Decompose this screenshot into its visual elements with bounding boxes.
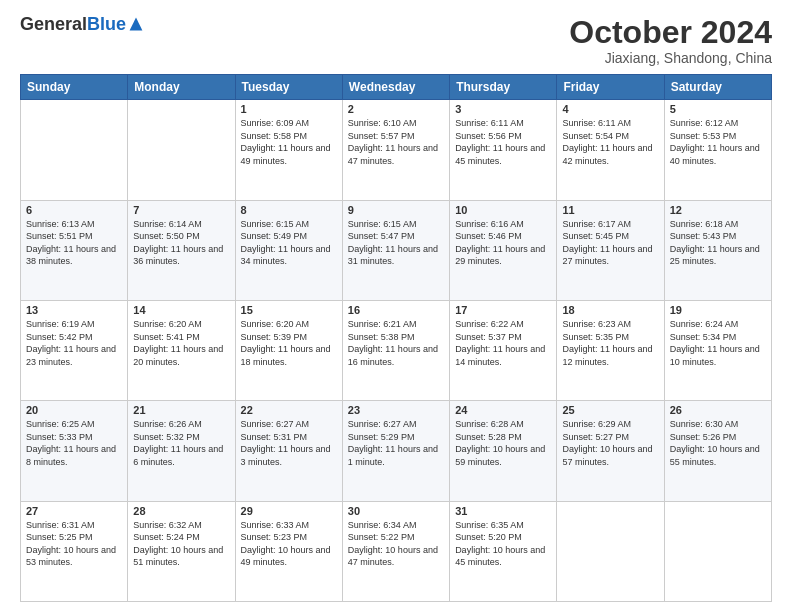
day-number: 6 xyxy=(26,204,122,216)
calendar-cell: 16Sunrise: 6:21 AM Sunset: 5:38 PM Dayli… xyxy=(342,300,449,400)
calendar-cell: 5Sunrise: 6:12 AM Sunset: 5:53 PM Daylig… xyxy=(664,100,771,200)
day-number: 12 xyxy=(670,204,766,216)
weekday-header-row: SundayMondayTuesdayWednesdayThursdayFrid… xyxy=(21,75,772,100)
calendar-cell: 13Sunrise: 6:19 AM Sunset: 5:42 PM Dayli… xyxy=(21,300,128,400)
calendar-cell: 9Sunrise: 6:15 AM Sunset: 5:47 PM Daylig… xyxy=(342,200,449,300)
calendar-cell xyxy=(128,100,235,200)
calendar-cell: 23Sunrise: 6:27 AM Sunset: 5:29 PM Dayli… xyxy=(342,401,449,501)
day-number: 20 xyxy=(26,404,122,416)
calendar-cell: 2Sunrise: 6:10 AM Sunset: 5:57 PM Daylig… xyxy=(342,100,449,200)
day-number: 4 xyxy=(562,103,658,115)
day-number: 13 xyxy=(26,304,122,316)
calendar-cell: 12Sunrise: 6:18 AM Sunset: 5:43 PM Dayli… xyxy=(664,200,771,300)
calendar-cell xyxy=(557,501,664,601)
calendar-cell: 8Sunrise: 6:15 AM Sunset: 5:49 PM Daylig… xyxy=(235,200,342,300)
logo: General Blue xyxy=(20,15,144,33)
calendar-week-row: 13Sunrise: 6:19 AM Sunset: 5:42 PM Dayli… xyxy=(21,300,772,400)
logo-general: General xyxy=(20,15,87,33)
day-info: Sunrise: 6:20 AM Sunset: 5:41 PM Dayligh… xyxy=(133,318,229,368)
day-info: Sunrise: 6:11 AM Sunset: 5:56 PM Dayligh… xyxy=(455,117,551,167)
svg-marker-0 xyxy=(130,18,143,31)
day-info: Sunrise: 6:27 AM Sunset: 5:29 PM Dayligh… xyxy=(348,418,444,468)
day-info: Sunrise: 6:15 AM Sunset: 5:47 PM Dayligh… xyxy=(348,218,444,268)
calendar-cell: 31Sunrise: 6:35 AM Sunset: 5:20 PM Dayli… xyxy=(450,501,557,601)
calendar-week-row: 1Sunrise: 6:09 AM Sunset: 5:58 PM Daylig… xyxy=(21,100,772,200)
day-number: 23 xyxy=(348,404,444,416)
day-info: Sunrise: 6:26 AM Sunset: 5:32 PM Dayligh… xyxy=(133,418,229,468)
calendar-cell: 27Sunrise: 6:31 AM Sunset: 5:25 PM Dayli… xyxy=(21,501,128,601)
logo-icon xyxy=(128,16,144,32)
title-block: October 2024 Jiaxiang, Shandong, China xyxy=(569,15,772,66)
day-number: 28 xyxy=(133,505,229,517)
day-info: Sunrise: 6:31 AM Sunset: 5:25 PM Dayligh… xyxy=(26,519,122,569)
day-number: 18 xyxy=(562,304,658,316)
day-number: 1 xyxy=(241,103,337,115)
day-info: Sunrise: 6:22 AM Sunset: 5:37 PM Dayligh… xyxy=(455,318,551,368)
day-info: Sunrise: 6:12 AM Sunset: 5:53 PM Dayligh… xyxy=(670,117,766,167)
calendar-cell xyxy=(21,100,128,200)
day-info: Sunrise: 6:19 AM Sunset: 5:42 PM Dayligh… xyxy=(26,318,122,368)
day-info: Sunrise: 6:23 AM Sunset: 5:35 PM Dayligh… xyxy=(562,318,658,368)
calendar-page: General Blue October 2024 Jiaxiang, Shan… xyxy=(0,0,792,612)
day-info: Sunrise: 6:17 AM Sunset: 5:45 PM Dayligh… xyxy=(562,218,658,268)
day-number: 27 xyxy=(26,505,122,517)
calendar-cell: 20Sunrise: 6:25 AM Sunset: 5:33 PM Dayli… xyxy=(21,401,128,501)
day-info: Sunrise: 6:34 AM Sunset: 5:22 PM Dayligh… xyxy=(348,519,444,569)
calendar-cell xyxy=(664,501,771,601)
calendar-header: SundayMondayTuesdayWednesdayThursdayFrid… xyxy=(21,75,772,100)
calendar-cell: 7Sunrise: 6:14 AM Sunset: 5:50 PM Daylig… xyxy=(128,200,235,300)
calendar-cell: 19Sunrise: 6:24 AM Sunset: 5:34 PM Dayli… xyxy=(664,300,771,400)
day-info: Sunrise: 6:20 AM Sunset: 5:39 PM Dayligh… xyxy=(241,318,337,368)
logo-text: General Blue xyxy=(20,15,144,33)
calendar-table: SundayMondayTuesdayWednesdayThursdayFrid… xyxy=(20,74,772,602)
day-number: 15 xyxy=(241,304,337,316)
calendar-cell: 11Sunrise: 6:17 AM Sunset: 5:45 PM Dayli… xyxy=(557,200,664,300)
weekday-header-tuesday: Tuesday xyxy=(235,75,342,100)
calendar-cell: 21Sunrise: 6:26 AM Sunset: 5:32 PM Dayli… xyxy=(128,401,235,501)
day-number: 25 xyxy=(562,404,658,416)
day-number: 8 xyxy=(241,204,337,216)
day-info: Sunrise: 6:29 AM Sunset: 5:27 PM Dayligh… xyxy=(562,418,658,468)
calendar-cell: 1Sunrise: 6:09 AM Sunset: 5:58 PM Daylig… xyxy=(235,100,342,200)
day-info: Sunrise: 6:13 AM Sunset: 5:51 PM Dayligh… xyxy=(26,218,122,268)
calendar-cell: 10Sunrise: 6:16 AM Sunset: 5:46 PM Dayli… xyxy=(450,200,557,300)
calendar-cell: 25Sunrise: 6:29 AM Sunset: 5:27 PM Dayli… xyxy=(557,401,664,501)
logo-blue: Blue xyxy=(87,15,126,33)
day-number: 7 xyxy=(133,204,229,216)
weekday-header-wednesday: Wednesday xyxy=(342,75,449,100)
day-info: Sunrise: 6:24 AM Sunset: 5:34 PM Dayligh… xyxy=(670,318,766,368)
day-number: 26 xyxy=(670,404,766,416)
calendar-cell: 26Sunrise: 6:30 AM Sunset: 5:26 PM Dayli… xyxy=(664,401,771,501)
calendar-cell: 22Sunrise: 6:27 AM Sunset: 5:31 PM Dayli… xyxy=(235,401,342,501)
day-info: Sunrise: 6:33 AM Sunset: 5:23 PM Dayligh… xyxy=(241,519,337,569)
day-info: Sunrise: 6:14 AM Sunset: 5:50 PM Dayligh… xyxy=(133,218,229,268)
day-number: 30 xyxy=(348,505,444,517)
location-subtitle: Jiaxiang, Shandong, China xyxy=(569,50,772,66)
day-number: 16 xyxy=(348,304,444,316)
day-info: Sunrise: 6:32 AM Sunset: 5:24 PM Dayligh… xyxy=(133,519,229,569)
day-info: Sunrise: 6:18 AM Sunset: 5:43 PM Dayligh… xyxy=(670,218,766,268)
weekday-header-saturday: Saturday xyxy=(664,75,771,100)
calendar-body: 1Sunrise: 6:09 AM Sunset: 5:58 PM Daylig… xyxy=(21,100,772,602)
calendar-week-row: 20Sunrise: 6:25 AM Sunset: 5:33 PM Dayli… xyxy=(21,401,772,501)
day-number: 9 xyxy=(348,204,444,216)
day-info: Sunrise: 6:30 AM Sunset: 5:26 PM Dayligh… xyxy=(670,418,766,468)
calendar-cell: 18Sunrise: 6:23 AM Sunset: 5:35 PM Dayli… xyxy=(557,300,664,400)
day-number: 17 xyxy=(455,304,551,316)
calendar-cell: 30Sunrise: 6:34 AM Sunset: 5:22 PM Dayli… xyxy=(342,501,449,601)
calendar-week-row: 27Sunrise: 6:31 AM Sunset: 5:25 PM Dayli… xyxy=(21,501,772,601)
weekday-header-sunday: Sunday xyxy=(21,75,128,100)
calendar-cell: 15Sunrise: 6:20 AM Sunset: 5:39 PM Dayli… xyxy=(235,300,342,400)
day-number: 10 xyxy=(455,204,551,216)
calendar-cell: 17Sunrise: 6:22 AM Sunset: 5:37 PM Dayli… xyxy=(450,300,557,400)
day-number: 3 xyxy=(455,103,551,115)
header: General Blue October 2024 Jiaxiang, Shan… xyxy=(20,15,772,66)
day-info: Sunrise: 6:10 AM Sunset: 5:57 PM Dayligh… xyxy=(348,117,444,167)
day-number: 31 xyxy=(455,505,551,517)
weekday-header-friday: Friday xyxy=(557,75,664,100)
day-number: 14 xyxy=(133,304,229,316)
day-number: 19 xyxy=(670,304,766,316)
day-info: Sunrise: 6:11 AM Sunset: 5:54 PM Dayligh… xyxy=(562,117,658,167)
calendar-week-row: 6Sunrise: 6:13 AM Sunset: 5:51 PM Daylig… xyxy=(21,200,772,300)
day-info: Sunrise: 6:09 AM Sunset: 5:58 PM Dayligh… xyxy=(241,117,337,167)
